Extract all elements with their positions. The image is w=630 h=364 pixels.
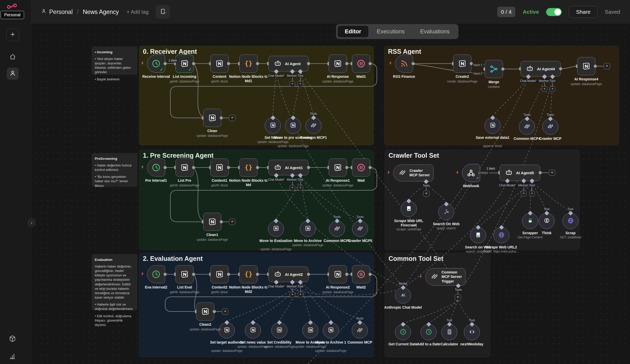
- add-tag-button[interactable]: + Add tag: [127, 9, 149, 15]
- input-port[interactable]: [174, 166, 176, 169]
- workflow-title[interactable]: News Agency: [83, 9, 119, 16]
- issues-counter-badge[interactable]: 0 / 4: [497, 7, 516, 17]
- input-port[interactable]: [267, 273, 269, 276]
- input-port[interactable]: [267, 166, 269, 169]
- add-subnode-button[interactable]: +: [298, 81, 303, 87]
- output-port[interactable]: [369, 62, 372, 65]
- sidebar-item-insights[interactable]: [8, 353, 17, 361]
- input-port[interactable]: [238, 273, 240, 276]
- input-port[interactable]: [351, 62, 352, 65]
- input-port[interactable]: [498, 171, 500, 175]
- input-port[interactable]: [452, 62, 453, 65]
- output-port[interactable]: [192, 166, 195, 169]
- output-port[interactable]: [227, 166, 230, 169]
- add-subnode-button[interactable]: +: [550, 86, 555, 92]
- crawler-mcp-server-node[interactable]: Crawler MCP Server: [393, 164, 434, 181]
- webhook-node[interactable]: [462, 164, 480, 182]
- input-port[interactable]: [238, 62, 240, 65]
- ai-response1-node[interactable]: [329, 158, 347, 177]
- incoming-note[interactable]: • Incoming• Yeni düşen haber ipuçları, d…: [92, 47, 137, 75]
- add-subnode-button[interactable]: +: [529, 191, 535, 196]
- tab-editor[interactable]: Editor: [338, 26, 368, 37]
- clean2-node[interactable]: [196, 302, 214, 321]
- add-subnode-button[interactable]: +: [298, 185, 303, 191]
- output-port[interactable]: [345, 273, 348, 276]
- output-port[interactable]: [164, 166, 167, 169]
- output-port[interactable]: [307, 273, 310, 276]
- sidebar-item-home[interactable]: [9, 53, 17, 62]
- app-logo[interactable]: [6, 3, 18, 11]
- input-port[interactable]: [174, 273, 176, 276]
- list-incoming-node[interactable]: ✓: [175, 55, 194, 73]
- ai-agent2-node[interactable]: AI Agent2: [268, 267, 309, 282]
- add-node-button[interactable]: +: [604, 63, 610, 69]
- ai-response-node[interactable]: [329, 55, 347, 73]
- prescreening-note[interactable]: PreScreening• Haber değerinin hızlıca ko…: [92, 153, 137, 187]
- active-toggle[interactable]: [546, 8, 562, 16]
- input-port[interactable]: [238, 166, 240, 169]
- input-port[interactable]: [209, 273, 211, 276]
- output-port[interactable]: [192, 62, 195, 65]
- input-port[interactable]: [351, 273, 352, 276]
- input-port[interactable]: [327, 273, 329, 276]
- add-node-button[interactable]: +: [549, 170, 555, 176]
- clean-node[interactable]: [203, 109, 221, 127]
- output-port[interactable]: [594, 65, 597, 68]
- wait-node[interactable]: [352, 158, 370, 177]
- wait1-node[interactable]: [352, 55, 370, 73]
- output-port[interactable]: [256, 166, 259, 169]
- input-port[interactable]: [267, 62, 269, 65]
- ai-agent4-node[interactable]: AI Agent4: [521, 61, 561, 77]
- output-port[interactable]: [412, 62, 415, 65]
- ai-agent5-node[interactable]: AI Agent5: [500, 165, 540, 181]
- output-port[interactable]: [307, 166, 310, 169]
- receive-interval-node[interactable]: ✓: [147, 55, 165, 73]
- merge-node[interactable]: [485, 60, 503, 78]
- eva-interval2-node[interactable]: [147, 265, 165, 283]
- wait2-node[interactable]: [352, 265, 370, 283]
- sidebar-expand-button[interactable]: ›: [27, 219, 36, 227]
- output-port[interactable]: [256, 273, 259, 276]
- input-port[interactable]: [209, 166, 211, 169]
- content2-node[interactable]: [210, 265, 229, 283]
- list-eval-node[interactable]: [175, 265, 194, 283]
- ai-response2-node[interactable]: [329, 265, 347, 283]
- input-port[interactable]: [327, 166, 329, 169]
- content-node[interactable]: [210, 55, 229, 73]
- clean1-node[interactable]: [203, 213, 221, 231]
- notion-blocks-md2-node[interactable]: {}: [239, 265, 258, 283]
- add-subnode-button[interactable]: +: [290, 185, 295, 191]
- input-port[interactable]: [202, 220, 203, 224]
- tab-evaluations[interactable]: Evaluations: [413, 26, 457, 37]
- output-port[interactable]: [220, 220, 223, 223]
- create2-node[interactable]: [453, 55, 471, 73]
- output-port[interactable]: [559, 67, 562, 70]
- notion-blocks-md1-node[interactable]: {}: [239, 55, 258, 73]
- output-port[interactable]: [369, 166, 372, 169]
- notion-blocks-md-node[interactable]: {}: [239, 158, 258, 177]
- add-node-button[interactable]: +: [455, 294, 461, 300]
- add-subnode-button[interactable]: +: [290, 292, 295, 297]
- output-port[interactable]: [307, 62, 310, 65]
- input-port[interactable]: [576, 65, 577, 68]
- content1-node[interactable]: [210, 158, 229, 177]
- input-port[interactable]: [484, 67, 485, 71]
- add-subnode-button[interactable]: +: [290, 81, 295, 87]
- output-port[interactable]: [192, 273, 195, 276]
- input-port[interactable]: [195, 310, 196, 313]
- input-port[interactable]: [519, 67, 521, 71]
- output-port[interactable]: [256, 62, 259, 65]
- add-node-button[interactable]: +: [423, 191, 429, 197]
- add-workflow-button[interactable]: [6, 29, 19, 41]
- add-subnode-button[interactable]: +: [298, 292, 303, 297]
- common-mcp-server-trigger-node[interactable]: Common MCP Server Trigger: [425, 268, 466, 286]
- input-port[interactable]: [351, 166, 352, 169]
- tab-executions[interactable]: Executions: [370, 26, 412, 37]
- add-subnode-button[interactable]: +: [542, 86, 547, 92]
- output-port[interactable]: [369, 273, 372, 276]
- list-pre-node[interactable]: [175, 158, 194, 177]
- add-node-button[interactable]: +: [222, 308, 228, 315]
- add-subnode-button[interactable]: +: [521, 191, 526, 196]
- output-port[interactable]: [213, 310, 216, 313]
- rss-finance-node[interactable]: [395, 55, 413, 73]
